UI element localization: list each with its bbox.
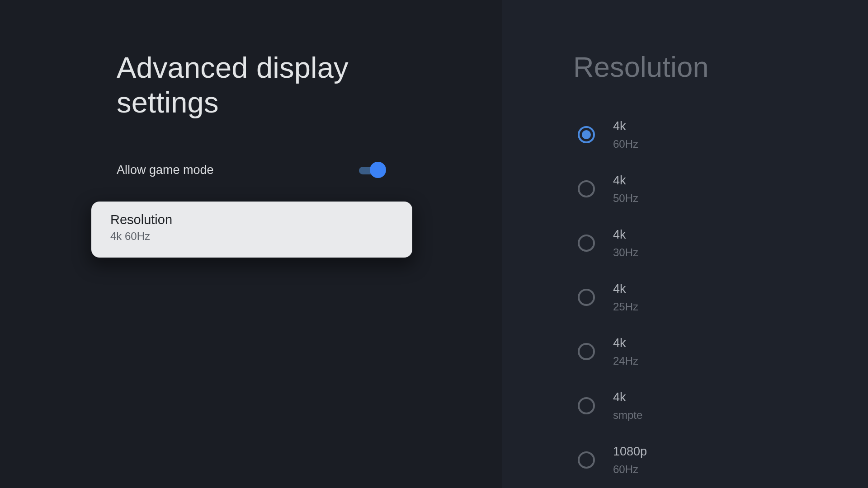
game-mode-label: Allow game mode: [117, 163, 214, 177]
resolution-option[interactable]: 1080p60Hz: [578, 433, 831, 487]
resolution-option[interactable]: 4k25Hz: [578, 270, 831, 324]
resolution-option[interactable]: 4k60Hz: [578, 108, 831, 162]
resolution-option-sub: smpte: [613, 409, 642, 422]
radio-unselected-icon[interactable]: [578, 451, 595, 469]
resolution-option-label: 4k: [613, 174, 638, 188]
resolution-option-sub: 50Hz: [613, 192, 638, 205]
resolution-option-text: 4k24Hz: [613, 336, 638, 367]
game-mode-toggle[interactable]: [358, 162, 386, 178]
resolution-option-text: 4k30Hz: [613, 228, 638, 259]
resolution-card-title: Resolution: [110, 212, 393, 227]
resolution-option-label: 4k: [613, 228, 638, 242]
resolution-option-label: 1080p: [613, 445, 647, 459]
resolution-option[interactable]: 4ksmpte: [578, 379, 831, 433]
resolution-option-text: 4k60Hz: [613, 119, 638, 150]
resolution-option[interactable]: 4k24Hz: [578, 324, 831, 379]
resolution-option-label: 4k: [613, 390, 642, 404]
toggle-thumb-icon: [370, 162, 386, 178]
page-title: Advanced display settings: [117, 51, 388, 120]
resolution-option[interactable]: 4k50Hz: [578, 162, 831, 216]
resolution-option-sub: 25Hz: [613, 300, 638, 313]
radio-unselected-icon[interactable]: [578, 397, 595, 414]
resolution-panel-title: Resolution: [573, 51, 709, 83]
radio-unselected-icon[interactable]: [578, 289, 595, 306]
resolution-option-sub: 30Hz: [613, 246, 638, 259]
resolution-option-label: 4k: [613, 336, 638, 350]
resolution-option-text: 4ksmpte: [613, 390, 642, 422]
resolution-option-text: 4k25Hz: [613, 282, 638, 313]
radio-selected-icon[interactable]: [578, 126, 595, 143]
resolution-option-sub: 24Hz: [613, 355, 638, 367]
radio-unselected-icon[interactable]: [578, 235, 595, 252]
resolution-option-text: 1080p60Hz: [613, 445, 647, 476]
resolution-option[interactable]: 4k30Hz: [578, 216, 831, 270]
resolution-options: 4k60Hz4k50Hz4k30Hz4k25Hz4k24Hz4ksmpte108…: [578, 108, 831, 487]
resolution-option-label: 4k: [613, 119, 638, 133]
resolution-card-value: 4k 60Hz: [110, 230, 393, 243]
resolution-option-label: 4k: [613, 282, 638, 296]
right-pane: Resolution 4k60Hz4k50Hz4k30Hz4k25Hz4k24H…: [502, 0, 868, 488]
left-pane: Advanced display settings Allow game mod…: [0, 0, 502, 488]
resolution-card[interactable]: Resolution 4k 60Hz: [91, 202, 412, 258]
resolution-option-sub: 60Hz: [613, 138, 638, 150]
settings-screen: Advanced display settings Allow game mod…: [0, 0, 868, 488]
radio-unselected-icon[interactable]: [578, 180, 595, 197]
game-mode-row[interactable]: Allow game mode: [117, 162, 386, 178]
resolution-option-text: 4k50Hz: [613, 174, 638, 205]
resolution-option-sub: 60Hz: [613, 463, 647, 476]
radio-unselected-icon[interactable]: [578, 343, 595, 360]
